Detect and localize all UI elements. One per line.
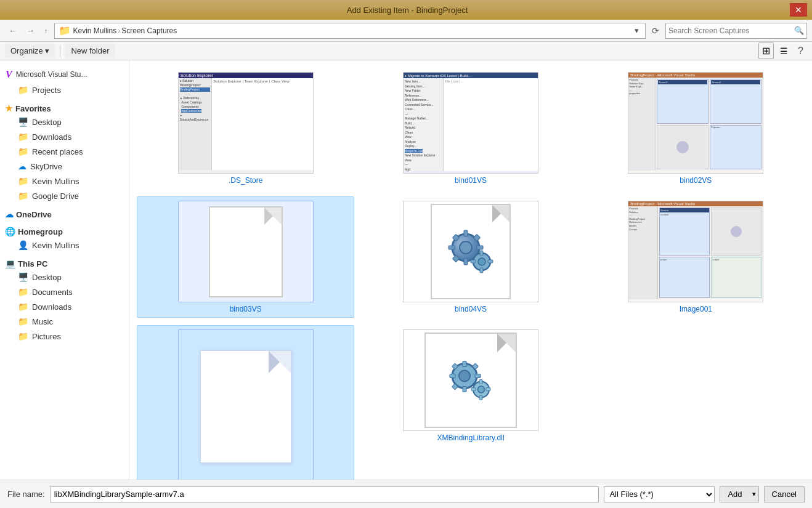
cloud-icon-onedrive: ☁: [5, 209, 14, 219]
search-input[interactable]: [668, 26, 792, 35]
sidebar-label-kevin: Kevin Mullins: [32, 177, 79, 186]
file-item-xmbinding[interactable]: XMBindingLibrary.dll: [362, 325, 579, 480]
folder-icon-projects: 📁: [18, 85, 28, 95]
sidebar-item-visual-studio[interactable]: V Microsoft Visual Stu...: [0, 67, 129, 83]
folder-icon-downloads: 📁: [18, 132, 28, 142]
up-button[interactable]: ↑: [41, 23, 52, 39]
folder-icon-kevin: 📁: [18, 176, 28, 186]
address-bar[interactable]: 📁 Kevin Mullins › Screen Captures ▾: [54, 23, 646, 39]
file-item-bind03vs[interactable]: bind03VS: [137, 196, 354, 318]
vs-thumbnail-bind01vs: ▸ Migrate to Xamarin iOS Listed | Build.…: [404, 73, 538, 173]
file-item-bind01vs[interactable]: ▸ Migrate to Xamarin iOS Listed | Build.…: [362, 68, 579, 189]
add-dropdown-button[interactable]: ▾: [750, 486, 759, 502]
sidebar-item-projects[interactable]: 📁 Projects: [0, 83, 129, 97]
sidebar-label-projects: Projects: [32, 86, 61, 95]
bottom-bar: File name: All Files (*.*) C# Files (*.c…: [0, 480, 812, 508]
new-folder-button[interactable]: New folder: [65, 43, 115, 58]
folder-icon-google: 📁: [18, 191, 28, 201]
sidebar-label-desktop-pc: Desktop: [32, 273, 62, 282]
address-dropdown-button[interactable]: ▾: [632, 25, 641, 37]
folder-icon-music: 📁: [18, 316, 28, 326]
sidebar-item-recent-places[interactable]: 📁 Recent places: [0, 144, 129, 159]
sidebar-label-documents: Documents: [32, 288, 73, 297]
user-icon-kevin: 👤: [18, 240, 28, 250]
file-name-image001: Image001: [680, 305, 712, 313]
search-box[interactable]: 🔍: [665, 23, 807, 39]
sidebar-header-this-pc[interactable]: 💻 This PC: [0, 256, 129, 270]
address-part-screen-captures[interactable]: Screen Captures: [121, 26, 177, 35]
file-name-xmbinding: XMBindingLibrary.dll: [437, 433, 504, 442]
file-grid: Solution Explorer ▸ Solution 'BindingPro…: [134, 65, 807, 480]
svg-rect-20: [475, 374, 481, 377]
file-type-select[interactable]: All Files (*.*) C# Files (*.cs) XML File…: [604, 486, 715, 502]
sidebar-item-google-drive[interactable]: 📁 Google Drive: [0, 188, 129, 203]
refresh-button[interactable]: ⟳: [648, 23, 663, 39]
svg-rect-3: [464, 259, 468, 265]
homegroup-label: Homegroup: [18, 227, 63, 236]
back-button[interactable]: ←: [5, 23, 20, 39]
forward-button[interactable]: →: [23, 23, 38, 39]
organize-menu[interactable]: Organize ▾: [5, 43, 55, 58]
file-item-bind04vs[interactable]: bind04VS: [362, 196, 579, 318]
sidebar-item-downloads-pc[interactable]: 📁 Downloads: [0, 299, 129, 314]
help-button[interactable]: ?: [794, 43, 807, 59]
gears-icon: [446, 228, 495, 274]
sidebar-header-homegroup[interactable]: 🌐 Homegroup: [0, 224, 129, 238]
sidebar-item-music[interactable]: 📁 Music: [0, 314, 129, 329]
svg-rect-11: [480, 251, 483, 256]
svg-point-10: [478, 258, 485, 265]
svg-rect-19: [450, 374, 455, 377]
sidebar-label-visual-studio: Microsoft Visual Stu...: [16, 70, 87, 79]
file-thumb-bind01vs: ▸ Migrate to Xamarin iOS Listed | Build.…: [403, 72, 538, 174]
cancel-button[interactable]: Cancel: [764, 486, 805, 502]
sidebar-item-desktop[interactable]: 🖥️ Desktop: [0, 115, 129, 129]
file-name-ds-store: .DS_Store: [229, 176, 262, 185]
folder-icon-pictures: 📁: [18, 331, 28, 341]
file-area[interactable]: Solution Explorer ▸ Solution 'BindingPro…: [129, 60, 812, 480]
file-thumb-bind03vs: [178, 201, 314, 302]
file-name-bind01vs: bind01VS: [455, 176, 487, 185]
sidebar-label-music: Music: [32, 317, 53, 326]
svg-point-25: [477, 386, 484, 393]
svg-rect-17: [463, 361, 466, 366]
file-thumb-libxm: [178, 329, 314, 480]
svg-rect-29: [486, 387, 490, 390]
window-title: Add Existing Item - BindingProject: [25, 6, 790, 15]
sidebar-item-pictures[interactable]: 📁 Pictures: [0, 329, 129, 344]
sidebar-label-google-drive: Google Drive: [32, 192, 79, 201]
svg-rect-4: [449, 246, 455, 249]
main-content: V Microsoft Visual Stu... 📁 Projects ★ F…: [0, 60, 812, 480]
svg-rect-26: [479, 379, 482, 384]
sidebar-section-favorites: ★ Favorites 🖥️ Desktop 📁 Downloads 📁 Rec…: [0, 101, 129, 203]
sidebar-item-documents-pc[interactable]: 📁 Documents: [0, 284, 129, 299]
view-details-button[interactable]: ☰: [776, 44, 792, 58]
svg-rect-13: [471, 260, 476, 263]
onedrive-label: OneDrive: [16, 210, 52, 219]
file-thumb-xmbinding: [403, 329, 538, 431]
folder-icon-recent: 📁: [18, 147, 28, 156]
sidebar-label-pictures: Pictures: [32, 332, 61, 341]
vs-thumbnail-ds-store: Solution Explorer ▸ Solution 'BindingPro…: [179, 73, 313, 173]
file-item-ds-store[interactable]: Solution Explorer ▸ Solution 'BindingPro…: [137, 68, 354, 189]
sidebar-header-onedrive[interactable]: ☁ OneDrive: [0, 207, 129, 220]
sidebar-item-desktop-pc[interactable]: 🖥️ Desktop: [0, 270, 129, 284]
file-thumb-bind02vs: BindingProject - Microsoft Visual Studio…: [628, 72, 763, 174]
file-name-input[interactable]: [50, 486, 599, 502]
sidebar-item-kevin-mullins-fav[interactable]: 📁 Kevin Mullins: [0, 174, 129, 188]
sidebar-header-favorites[interactable]: ★ Favorites: [0, 101, 129, 115]
close-button[interactable]: ✕: [790, 3, 807, 17]
dll-gears-icon: [446, 357, 495, 401]
add-button[interactable]: Add: [720, 486, 749, 502]
file-item-libxm[interactable]: libXMBindingLibrarySample-armv7.a: [137, 325, 354, 480]
search-icon: 🔍: [794, 26, 804, 35]
view-large-icons-button[interactable]: ⊞: [758, 42, 774, 59]
file-item-bind02vs[interactable]: BindingProject - Microsoft Visual Studio…: [587, 68, 805, 189]
sidebar-label-skydrive: SkyDrive: [30, 162, 62, 171]
sidebar-item-skydrive[interactable]: ☁ SkyDrive: [0, 159, 129, 174]
sidebar-section-onedrive: ☁ OneDrive: [0, 207, 129, 220]
address-part-kevin[interactable]: Kevin Mullins: [73, 26, 117, 35]
sidebar-item-downloads[interactable]: 📁 Downloads: [0, 129, 129, 144]
file-item-image001[interactable]: BindingProject - Microsoft Visual Studio…: [587, 196, 805, 318]
sidebar-item-kevin-hg[interactable]: 👤 Kevin Mullins: [0, 238, 129, 252]
network-icon-homegroup: 🌐: [5, 227, 15, 236]
